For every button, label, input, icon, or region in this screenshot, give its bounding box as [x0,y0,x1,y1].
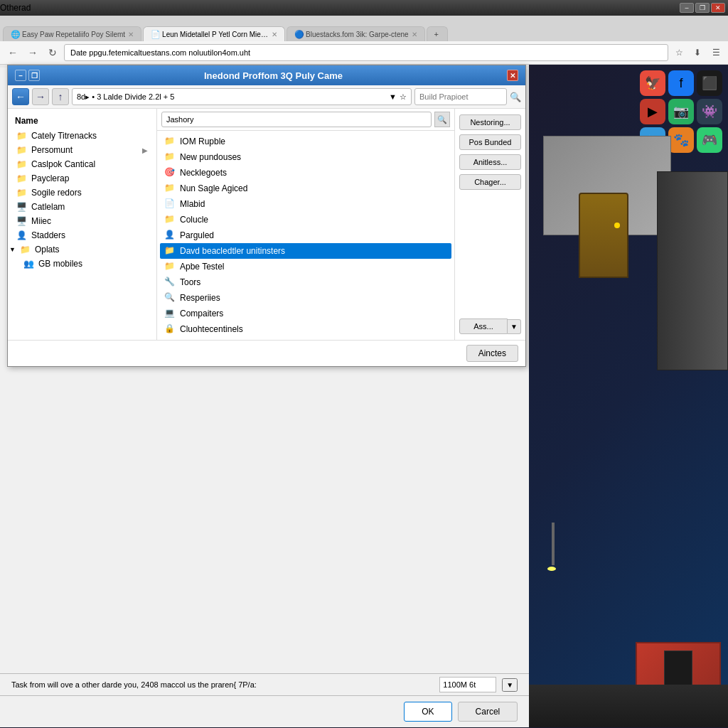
file-item-apbe[interactable]: 📁 Apbe Testel [160,259,451,274]
folder-icon-sogile: 📁 [16,188,27,198]
back-button[interactable]: ← [4,44,21,61]
file-icon-col: 📁 [164,214,176,225]
sidebar-item-stadders[interactable]: 👤 Stadders [8,228,156,242]
status-input[interactable] [439,677,496,692]
file-item-davd[interactable]: 📁 Davd beacledtler unitinsters [160,243,451,259]
toolbar-forward-button[interactable]: → [32,88,49,105]
ok-button[interactable]: OK [404,702,451,722]
file-item-toors[interactable]: 🔧 Toors [160,274,451,290]
app-icon-4[interactable]: ▶ [640,99,665,124]
anitless-button[interactable]: Anitless... [459,154,521,170]
sidebar-item-gb[interactable]: 👥 GB mobiles [15,257,156,271]
file-search-input[interactable] [161,112,432,127]
tab-1[interactable]: 🌐 Easy Paw Repetaliifo Poy Silemt ✕ [3,26,141,41]
file-item-par[interactable]: 👤 Parguled [160,228,451,243]
tab-2-favicon: 📄 [151,30,159,38]
address-bar[interactable] [64,44,668,61]
file-name-neck: Necklegoets [180,168,227,178]
cancel-button[interactable]: Carcel [458,702,518,722]
file-icon-par: 👤 [164,230,176,241]
sidebar-header: Name [8,113,156,129]
star-button[interactable]: ☆ [671,45,687,60]
tab-2-close[interactable]: ✕ [272,31,277,38]
file-item-comp[interactable]: 💻 Compaiters [160,306,451,321]
app-icon-2[interactable]: f [668,70,694,96]
forward-button[interactable]: → [24,44,41,61]
ground [529,685,728,727]
tab-2-label: Leun Midetallel P Yetl Corn Mienet [162,31,269,38]
ainctes-button[interactable]: Ainctes [466,345,518,362]
file-name-new: New pundouses [180,152,241,162]
file-item-nun[interactable]: 📁 Nun Sagle Agiced [160,181,451,196]
path-star[interactable]: ☆ [400,92,407,102]
icon-gb: 👥 [23,259,34,269]
dialog-window-controls: – ❐ [15,70,40,81]
file-item-cluo[interactable]: 🔒 Cluohtecentinels [160,321,451,337]
icon-stadders: 👤 [16,230,27,240]
maximize-button[interactable]: ❐ [695,3,710,13]
sidebar-item-payclerap[interactable]: 📁 Payclerap [8,171,156,186]
download-button[interactable]: ⬇ [690,45,705,60]
file-icon-toors: 🔧 [164,277,176,288]
file-name-davd: Davd beacledtler unitinsters [180,246,285,256]
app-icon-3[interactable]: ⬛ [697,70,722,96]
taskbar-controls: – ❐ ✕ [680,3,728,13]
app-icon-8[interactable]: 🐾 [668,127,694,153]
sidebar-item-sogile[interactable]: 📁 Sogile redors [8,186,156,200]
folder-icon-payclerap: 📁 [16,173,27,183]
menu-button[interactable]: ☰ [708,45,724,60]
tab-3-close[interactable]: ✕ [412,31,417,38]
refresh-button[interactable]: ↻ [44,44,61,61]
file-item-col[interactable]: 📁 Colucle [160,212,451,228]
app-icon-6[interactable]: 👾 [697,99,722,124]
dialog-search-input[interactable] [414,88,507,105]
folder-icon-oplats: 📁 [20,245,31,255]
file-name-toors: Toors [180,277,200,287]
persomunt-arrow: ▶ [142,146,148,154]
app-icon-9[interactable]: 🎮 [697,127,722,153]
nestoring-button[interactable]: Nestoring... [459,114,521,130]
file-item-new[interactable]: 📁 New pundouses [160,149,451,165]
action-buttons: OK Carcel [0,695,529,727]
file-item-res[interactable]: 🔍 Resperiies [160,290,451,306]
tab-new[interactable]: + [427,26,448,41]
tab-2[interactable]: 📄 Leun Midetallel P Yetl Corn Mienet ✕ [143,26,285,41]
app-icon-1[interactable]: 🦅 [640,70,665,96]
dialog-minimize[interactable]: – [15,70,26,81]
dialog-close-button[interactable]: ✕ [507,70,518,81]
search-icon: 🔍 [510,92,521,102]
toolbar-up-button[interactable]: ↑ [52,88,69,105]
pos-bunded-button[interactable]: Pos Bunded [459,134,521,150]
sidebar-item-catlelam[interactable]: 🖥️ Catlelam [8,200,156,214]
sidebar-item-persomunt[interactable]: 📁 Persomunt ▶ [8,143,156,157]
ass-dropdown-arrow[interactable]: ▼ [508,319,521,334]
file-icon-new: 📁 [164,151,176,163]
tab-1-close[interactable]: ✕ [128,31,134,38]
toolbar-back-button[interactable]: ← [12,88,29,105]
file-item-neck[interactable]: 🎯 Necklegoets [160,165,451,181]
file-icon-cluo: 🔒 [164,323,176,335]
chager-button[interactable]: Chager... [459,174,521,190]
file-name-col: Colucle [180,215,208,225]
file-item-mla[interactable]: 📄 Mlabid [160,196,451,212]
tab-3[interactable]: 🔵 Bluestacks.fom 3ik: Garpe-ctene ✕ [287,26,425,41]
file-name-nun: Nun Sagle Agiced [180,183,247,193]
app-icon-5[interactable]: 📷 [668,99,694,124]
sidebar-item-caslpok[interactable]: 📁 Caslpok Cantical [8,157,156,171]
sidebar-label-miiec: Miiec [31,216,148,226]
ass-button[interactable]: Ass... [459,318,508,334]
taskbar-title: Otherad [0,3,31,13]
dialog-maximize[interactable]: ❐ [28,70,40,81]
minimize-button[interactable]: – [680,3,694,13]
tab-3-favicon: 🔵 [294,30,303,38]
status-dropdown-btn[interactable]: ▼ [502,678,518,692]
sidebar-item-miiec[interactable]: 🖥️ Miiec [8,214,156,228]
path-dropdown-arrow[interactable]: ▼ [389,92,397,101]
file-name-comp: Compaiters [180,309,223,318]
file-item-iom[interactable]: 📁 IOM Rupble [160,134,451,149]
sidebar-item-oplats[interactable]: ▼ 📁 Oplats [8,242,156,257]
file-search-button[interactable]: 🔍 [434,112,450,127]
window-close-button[interactable]: ✕ [711,3,725,13]
file-icon-nun: 📁 [164,183,176,194]
sidebar-item-cately[interactable]: 📁 Cately Titrenacks [8,129,156,143]
